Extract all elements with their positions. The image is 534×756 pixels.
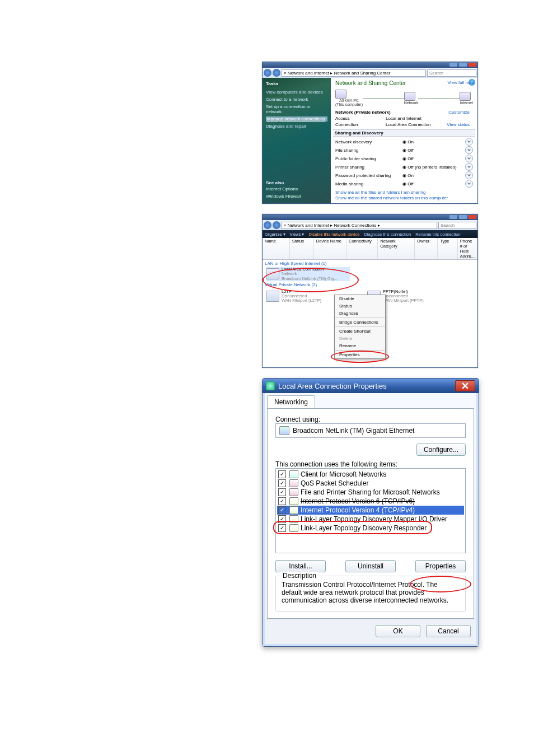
- task-diagnose-repair[interactable]: Diagnose and repair: [266, 124, 327, 129]
- nic-icon: [279, 426, 289, 435]
- col-status[interactable]: Status: [290, 238, 314, 259]
- task-connect-network[interactable]: Connect to a network: [266, 97, 327, 102]
- forward-button[interactable]: [273, 221, 280, 229]
- connection-item[interactable]: ✓Client for Microsoft Networks: [277, 470, 464, 479]
- menu-status[interactable]: Status: [335, 302, 385, 310]
- sd-key: Public folder sharing: [335, 156, 402, 161]
- sd-row: Password protected sharing◉ On: [335, 171, 473, 179]
- sd-value: ◉ Off: [402, 156, 463, 161]
- close-button[interactable]: [455, 380, 475, 391]
- uninstall-button[interactable]: Uninstall: [345, 560, 396, 572]
- network-label: Network: [404, 101, 419, 105]
- ok-button[interactable]: OK: [376, 625, 420, 637]
- customize-link[interactable]: Customize: [448, 110, 470, 115]
- see-also-windows-firewall[interactable]: Windows Firewall: [266, 194, 327, 199]
- col-device[interactable]: Device Name: [314, 238, 346, 259]
- col-owner[interactable]: Owner: [415, 238, 438, 259]
- pc-icon: [335, 90, 346, 99]
- sd-row: Media sharing◉ Off: [335, 180, 473, 188]
- see-also-internet-options[interactable]: Internet Options: [266, 186, 327, 192]
- task-manage-connections[interactable]: Manage network connections: [266, 116, 327, 122]
- cmd-organize[interactable]: Organize ▾: [265, 232, 285, 237]
- items-listbox[interactable]: ✓Client for Microsoft Networks✓QoS Packe…: [275, 468, 466, 553]
- chevron-down-icon[interactable]: [465, 171, 473, 179]
- checkbox[interactable]: ✓: [278, 470, 286, 478]
- show-files-sharing-link[interactable]: Show me all the files and folders I am s…: [335, 190, 473, 195]
- checkbox[interactable]: ✓: [278, 506, 286, 514]
- menu-rename[interactable]: Rename: [335, 342, 385, 349]
- see-also-header: See also: [266, 180, 327, 185]
- lac-icon: [266, 268, 279, 279]
- forward-button[interactable]: [273, 69, 280, 77]
- chevron-down-icon[interactable]: [465, 155, 473, 162]
- maximize-button[interactable]: [459, 215, 467, 219]
- connection-item[interactable]: ✓Link-Layer Topology Discovery Mapper I/…: [277, 515, 464, 524]
- connection-item[interactable]: ✓File and Printer Sharing for Microsoft …: [277, 488, 464, 497]
- close-button[interactable]: [469, 63, 476, 67]
- column-headers[interactable]: Name Status Device Name Connectivity Net…: [263, 238, 477, 260]
- chevron-down-icon[interactable]: [465, 163, 473, 171]
- item-label: Internet Protocol Version 4 (TCP/IPv4): [301, 506, 415, 514]
- minimize-button[interactable]: [449, 215, 457, 219]
- address-bar[interactable]: « Network and Internet ▸ Network Connect…: [282, 222, 437, 229]
- col-type[interactable]: Type: [438, 238, 457, 259]
- view-full-map-link[interactable]: View full map: [448, 80, 474, 85]
- connection-item[interactable]: ✓Internet Protocol Version 6 (TCP/IPv6): [277, 497, 464, 506]
- sd-key: Password protected sharing: [335, 173, 402, 178]
- connection-item[interactable]: ✓Internet Protocol Version 4 (TCP/IPv4): [277, 506, 464, 515]
- back-button[interactable]: [264, 69, 271, 77]
- checkbox[interactable]: ✓: [278, 479, 286, 487]
- search-input[interactable]: Search: [427, 69, 476, 77]
- configure-button[interactable]: Configure...: [416, 444, 466, 456]
- connection-lac[interactable]: Local Area Connection Network Broadcom N…: [266, 267, 350, 281]
- address-bar[interactable]: « Network and Internet ▸ Network and Sha…: [282, 69, 426, 77]
- titlebar[interactable]: [263, 62, 477, 68]
- close-button[interactable]: [469, 215, 476, 219]
- connection-item[interactable]: ✓QoS Packet Scheduler: [277, 479, 464, 488]
- internet-label: Internet: [460, 101, 473, 105]
- chevron-down-icon[interactable]: [465, 146, 473, 154]
- checkbox[interactable]: ✓: [278, 497, 286, 505]
- titlebar[interactable]: [263, 214, 477, 220]
- back-button[interactable]: [264, 221, 271, 229]
- tab-networking[interactable]: Networking: [267, 395, 315, 408]
- group-vpn: Virtual Private Network (2): [265, 282, 475, 287]
- properties-button[interactable]: Properties: [415, 560, 466, 572]
- connection-item[interactable]: ✓Link-Layer Topology Discovery Responder: [277, 524, 464, 533]
- col-net-category[interactable]: Network Category: [378, 238, 415, 259]
- sd-value: ◉ Off (no printers installed): [402, 165, 463, 170]
- menu-shortcut[interactable]: Create Shortcut: [335, 328, 385, 335]
- menu-bridge[interactable]: Bridge Connections: [335, 319, 385, 326]
- col-name[interactable]: Name: [263, 238, 290, 259]
- task-setup-connection[interactable]: Set up a connection or network: [266, 104, 327, 114]
- pptp-device: WAN Miniport (PPTP): [383, 298, 424, 303]
- checkbox[interactable]: ✓: [278, 488, 286, 496]
- show-shared-folders-link[interactable]: Show me all the shared network folders o…: [335, 195, 473, 200]
- menu-properties[interactable]: Properties: [335, 351, 385, 358]
- col-phone[interactable]: Phone # or Host Addre...: [458, 238, 477, 259]
- cmd-diagnose[interactable]: Diagnose this connection: [364, 232, 411, 237]
- task-view-computers[interactable]: View computers and devices: [266, 90, 327, 95]
- view-status-link[interactable]: View status: [447, 122, 470, 127]
- col-connectivity[interactable]: Connectivity: [346, 238, 378, 259]
- cmd-views[interactable]: Views ▾: [290, 232, 305, 237]
- connection-l2tp[interactable]: L2TP Disconnected WAN Miniport (L2TP): [266, 290, 321, 304]
- install-button[interactable]: Install...: [275, 560, 326, 572]
- item-label: Internet Protocol Version 6 (TCP/IPv6): [301, 497, 415, 505]
- cancel-button[interactable]: Cancel: [426, 625, 471, 637]
- maximize-button[interactable]: [459, 63, 467, 67]
- sd-row: Network discovery◉ On: [335, 138, 473, 146]
- checkbox[interactable]: ✓: [278, 524, 286, 532]
- nsc-main: Network and Sharing Center View full map…: [331, 78, 477, 203]
- search-input[interactable]: Search: [438, 222, 476, 229]
- chevron-down-icon[interactable]: [465, 180, 473, 188]
- checkbox[interactable]: ✓: [278, 515, 286, 523]
- minimize-button[interactable]: [449, 63, 457, 67]
- menu-disable[interactable]: Disable: [335, 295, 385, 302]
- cmd-disable[interactable]: Disable this network device: [309, 232, 360, 237]
- chevron-down-icon[interactable]: [465, 138, 473, 146]
- menu-diagnose[interactable]: Diagnose: [335, 310, 385, 317]
- dialog-titlebar[interactable]: Local Area Connection Properties: [263, 379, 479, 393]
- nav-row: « Network and Internet ▸ Network Connect…: [263, 220, 477, 230]
- cmd-rename[interactable]: Rename this connection: [415, 232, 460, 237]
